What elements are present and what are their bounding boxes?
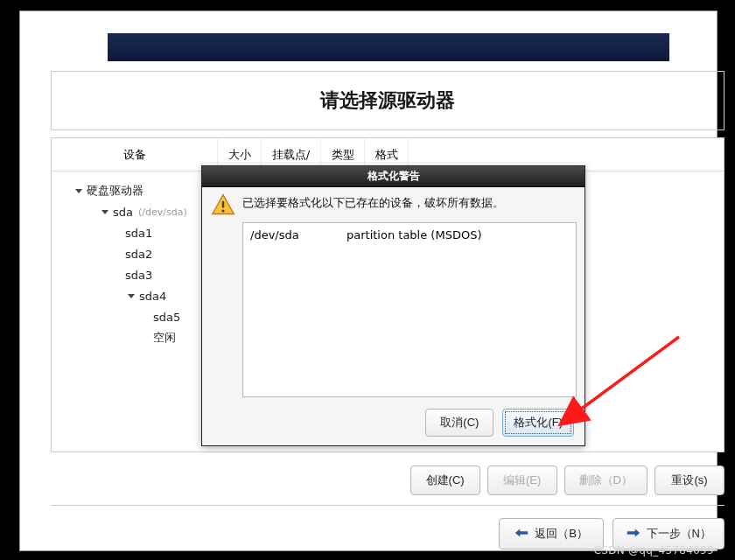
title-panel: 请选择源驱动器	[51, 71, 724, 130]
tree-label: sda1	[125, 227, 152, 240]
arrow-right-icon	[626, 528, 641, 541]
chevron-down-icon	[125, 290, 137, 302]
tree-label: sda	[113, 206, 133, 219]
edit-button[interactable]: 编辑(E)	[487, 466, 557, 495]
dialog-buttons: 取消(C) 格式化(F)	[425, 409, 574, 437]
svg-point-1	[221, 209, 224, 212]
page-title: 请选择源驱动器	[320, 88, 455, 114]
tree-label: sda5	[153, 311, 180, 324]
chevron-down-icon	[73, 185, 85, 197]
svg-rect-0	[222, 201, 224, 208]
device-list-row: /dev/sda partition table (MSDOS)	[250, 228, 569, 242]
watermark: CSDN @qq_45784099	[594, 544, 714, 556]
dialog-message: 已选择要格式化以下已存在的设备，破坏所有数据。	[242, 192, 504, 211]
cancel-button[interactable]: 取消(C)	[425, 409, 494, 437]
header-banner	[108, 33, 669, 61]
back-button[interactable]: 返回（B）	[499, 518, 604, 550]
chevron-down-icon	[99, 206, 111, 218]
back-label: 返回（B）	[535, 526, 588, 542]
device-desc: partition table (MSDOS)	[346, 228, 481, 242]
format-warning-dialog: 格式化警告 已选择要格式化以下已存在的设备，破坏所有数据。 /dev/sda p…	[201, 165, 585, 446]
delete-button[interactable]: 删除（D）	[564, 466, 648, 495]
device-listbox[interactable]: /dev/sda partition table (MSDOS)	[242, 222, 577, 397]
installer-window: 请选择源驱动器 设备 大小 挂载点/ 类型 格式 硬盘驱动器 sda (/dev…	[19, 10, 718, 551]
device-path: /dev/sda	[250, 228, 346, 242]
next-label: 下一步（N）	[647, 526, 711, 542]
dialog-title[interactable]: 格式化警告	[202, 166, 584, 187]
dialog-body: 已选择要格式化以下已存在的设备，破坏所有数据。 /dev/sda partiti…	[202, 187, 584, 403]
tree-label: sda4	[139, 290, 166, 303]
tree-sublabel: (/dev/sda)	[138, 206, 187, 218]
arrow-left-icon	[514, 528, 529, 541]
tree-label: 硬盘驱动器	[87, 183, 144, 199]
divider	[51, 505, 724, 506]
warning-icon	[211, 192, 235, 217]
format-button[interactable]: 格式化(F)	[502, 409, 574, 437]
reset-button[interactable]: 重设(s)	[654, 466, 724, 495]
tree-label: 空闲	[153, 330, 176, 346]
partition-buttons: 创建(C) 编辑(E) 删除（D） 重设(s)	[51, 463, 724, 498]
tree-label: sda3	[125, 269, 152, 282]
col-device[interactable]: 设备	[52, 138, 218, 171]
tree-label: sda2	[125, 248, 152, 261]
create-button[interactable]: 创建(C)	[410, 466, 480, 495]
